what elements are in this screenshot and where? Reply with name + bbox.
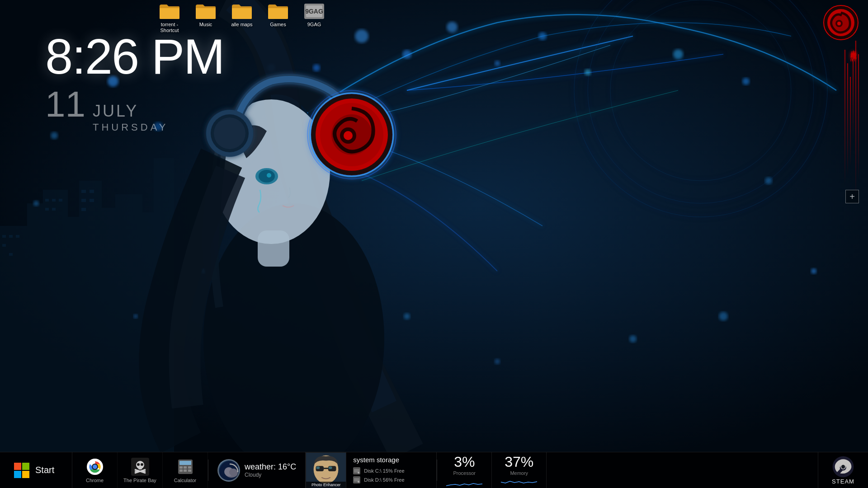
- processor-widget: 3% Processor: [437, 452, 492, 488]
- piratebay-icon: [131, 458, 149, 476]
- taskbar-chrome[interactable]: Chrome: [72, 452, 118, 488]
- svg-point-85: [141, 463, 143, 466]
- svg-point-113: [841, 465, 845, 469]
- processor-value: 3%: [454, 454, 475, 470]
- storage-disk-d: Disk D:\ 56% Free: [353, 476, 429, 483]
- storage-disk-c: Disk C:\ 15% Free: [353, 467, 429, 474]
- disk-c-icon: [353, 467, 360, 474]
- svg-rect-89: [179, 466, 183, 469]
- svg-rect-76: [22, 463, 29, 470]
- clock-widget: 8:26 PM 11 JULY THURSDAY: [45, 32, 224, 133]
- folder-icon-alle-maps: [231, 2, 253, 20]
- svg-rect-94: [188, 469, 191, 472]
- calculator-label: Calculator: [174, 478, 197, 483]
- folder-icon-torrent: [159, 2, 180, 20]
- disk-d-label: Disk D:\ 56% Free: [364, 477, 404, 483]
- svg-point-74: [837, 22, 841, 25]
- weather-temp: weather: 16°C: [245, 462, 296, 472]
- folder-icon-games: [267, 2, 289, 20]
- svg-point-108: [358, 472, 359, 474]
- desktop-icon-music[interactable]: Music: [190, 0, 222, 29]
- disk-c-label: Disk C:\ 15% Free: [364, 468, 404, 474]
- svg-rect-77: [14, 471, 21, 478]
- steam-label: STEAM: [832, 478, 854, 485]
- start-button[interactable]: Start: [0, 452, 72, 488]
- desktop-icon-alle-maps[interactable]: alle maps: [226, 0, 258, 29]
- desktop-icon-games[interactable]: Games: [262, 0, 294, 29]
- svg-point-105: [329, 466, 332, 469]
- svg-point-84: [137, 463, 140, 466]
- spiral-logo: [823, 5, 859, 41]
- memory-label: Memory: [510, 470, 528, 476]
- desktop-icon-9gag[interactable]: 9GAG 9GAG: [298, 0, 330, 29]
- chrome-icon: [86, 458, 104, 476]
- clock-weekday: THURSDAY: [93, 122, 168, 133]
- start-label: Start: [35, 465, 54, 475]
- svg-point-111: [358, 481, 359, 483]
- processor-graph: [446, 478, 482, 487]
- svg-rect-91: [188, 466, 191, 469]
- desktop-icons: torrent -Shortcut Music alle maps Games …: [154, 0, 330, 35]
- memory-widget: 37% Memory: [492, 452, 547, 488]
- photo-enhancer-label: Photo Enhancer: [306, 482, 346, 488]
- svg-rect-88: [179, 461, 191, 465]
- icon-label-9gag: 9GAG: [307, 22, 321, 28]
- svg-rect-78: [22, 471, 29, 478]
- disk-d-icon: [353, 476, 360, 483]
- steam-button[interactable]: STEAM: [818, 452, 868, 488]
- icon-label-torrent: torrent -Shortcut: [160, 22, 179, 33]
- piratebay-label: The Pirate Bay: [123, 478, 156, 483]
- windows-logo-icon: [14, 462, 30, 479]
- svg-point-81: [93, 465, 97, 469]
- icon-label-games: Games: [270, 22, 286, 28]
- shortcut-icon-9gag: 9GAG: [303, 2, 325, 20]
- clock-day: 11: [45, 84, 85, 125]
- steam-icon: [832, 455, 854, 478]
- red-deco-lines: [844, 41, 859, 212]
- svg-rect-90: [184, 466, 187, 469]
- svg-text:9GAG: 9GAG: [305, 8, 323, 15]
- memory-value: 37%: [505, 454, 533, 470]
- clock-month: JULY: [93, 102, 168, 121]
- photo-enhancer-thumbnail[interactable]: Photo Enhancer: [306, 452, 346, 488]
- processor-label: Processor: [453, 470, 476, 476]
- svg-rect-86: [138, 468, 142, 469]
- weather-circle-icon: [217, 459, 240, 482]
- weather-description: Cloudy: [245, 472, 296, 478]
- storage-widget: system storage Disk C:\ 15% Free Disk D:…: [346, 452, 437, 488]
- clock-time: 8:26 PM: [45, 32, 224, 81]
- svg-rect-93: [184, 469, 187, 472]
- plus-button[interactable]: +: [845, 190, 859, 203]
- taskbar-piratebay[interactable]: The Pirate Bay: [118, 452, 163, 488]
- taskbar: Start Chrome: [0, 452, 868, 488]
- svg-point-98: [229, 469, 237, 476]
- svg-point-104: [316, 466, 320, 469]
- calculator-icon: [176, 458, 194, 476]
- icon-label-alle-maps: alle maps: [231, 22, 252, 28]
- weather-widget: weather: 16°C Cloudy: [208, 452, 306, 488]
- taskbar-calculator[interactable]: Calculator: [163, 452, 208, 488]
- svg-rect-92: [179, 469, 183, 472]
- icon-label-music: Music: [199, 22, 212, 28]
- folder-icon-music: [195, 2, 217, 20]
- chrome-label: Chrome: [86, 478, 104, 483]
- memory-graph: [501, 478, 537, 487]
- svg-rect-103: [324, 468, 328, 469]
- svg-rect-75: [14, 463, 21, 470]
- storage-title: system storage: [353, 456, 429, 464]
- desktop-icon-torrent[interactable]: torrent -Shortcut: [154, 0, 185, 35]
